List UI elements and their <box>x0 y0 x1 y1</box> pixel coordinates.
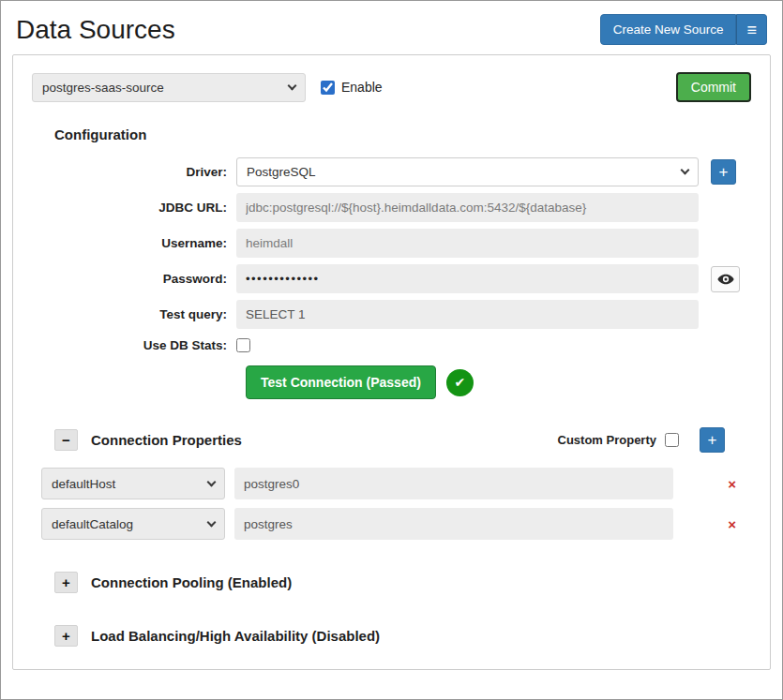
property-value-input[interactable] <box>234 508 673 540</box>
driver-row: Driver: PostgreSQL + <box>32 157 751 186</box>
menu-icon: ≡ <box>746 22 757 38</box>
use-db-stats-checkbox[interactable] <box>236 338 250 352</box>
expand-pooling-button[interactable]: + <box>54 572 78 593</box>
enable-label: Enable <box>341 80 383 95</box>
source-menu-button[interactable]: ≡ <box>736 14 767 45</box>
page-header: Data Sources Create New Source ≡ <box>1 1 782 54</box>
page-title: Data Sources <box>16 15 175 45</box>
chevron-down-icon <box>207 477 217 486</box>
configuration-heading: Configuration <box>54 127 751 142</box>
delete-property-button[interactable]: × <box>728 476 736 492</box>
property-row: defaultCatalog × <box>41 508 751 540</box>
source-select-value: postgres-saas-source <box>42 81 164 95</box>
create-source-button-group: Create New Source ≡ <box>600 14 767 45</box>
source-toolbar: postgres-saas-source Enable Commit <box>32 72 751 102</box>
username-label: Username: <box>32 236 236 250</box>
property-key-select[interactable]: defaultCatalog <box>41 508 225 540</box>
source-select[interactable]: postgres-saas-source <box>32 73 306 102</box>
custom-property-checkbox[interactable] <box>665 433 679 447</box>
chevron-down-icon <box>681 166 690 175</box>
delete-property-button[interactable]: × <box>728 516 736 532</box>
driver-select-value: PostgreSQL <box>247 165 316 179</box>
expand-load-balancing-button[interactable]: + <box>54 625 78 647</box>
use-db-stats-row: Use DB Stats: <box>32 338 751 352</box>
connection-properties-heading: Connection Properties <box>91 432 242 448</box>
custom-property-label: Custom Property <box>558 433 656 447</box>
property-key-value: defaultCatalog <box>52 517 133 531</box>
username-input[interactable] <box>236 229 699 258</box>
use-db-stats-label: Use DB Stats: <box>32 338 236 352</box>
property-key-select[interactable]: defaultHost <box>41 468 225 499</box>
test-query-input[interactable] <box>236 300 699 329</box>
test-connection-button[interactable]: Test Connection (Passed) <box>246 365 436 399</box>
test-query-row: Test query: <box>32 300 751 329</box>
test-connection-row: Test Connection (Passed) ✔ <box>246 365 751 399</box>
enable-checkbox[interactable] <box>321 81 335 95</box>
create-new-source-button[interactable]: Create New Source <box>600 14 737 45</box>
custom-property-control: Custom Property + <box>558 427 725 453</box>
load-balancing-heading: Load Balancing/High Availability (Disabl… <box>91 628 380 644</box>
chevron-down-icon <box>207 517 217 527</box>
jdbc-url-row: JDBC URL: <box>32 193 751 222</box>
connection-pooling-section: + Connection Pooling (Enabled) <box>32 572 751 593</box>
show-password-button[interactable] <box>711 266 740 292</box>
driver-label: Driver: <box>32 165 236 179</box>
password-input[interactable] <box>236 264 699 293</box>
test-query-label: Test query: <box>32 307 236 321</box>
add-driver-button[interactable]: + <box>711 159 736 185</box>
property-key-value: defaultHost <box>52 477 115 491</box>
connection-pooling-heading: Connection Pooling (Enabled) <box>91 574 292 590</box>
eye-icon <box>717 274 734 285</box>
add-property-button[interactable]: + <box>700 427 725 453</box>
password-label: Password: <box>32 272 236 286</box>
connection-properties-header: − Connection Properties Custom Property … <box>32 427 751 453</box>
load-balancing-section: + Load Balancing/High Availability (Disa… <box>32 625 751 647</box>
property-rows: defaultHost × defaultCatalog × <box>32 468 751 540</box>
property-row: defaultHost × <box>41 468 751 499</box>
data-source-panel: postgres-saas-source Enable Commit Confi… <box>12 54 771 670</box>
collapse-properties-button[interactable]: − <box>54 429 78 451</box>
password-row: Password: <box>32 264 751 293</box>
data-sources-page: Data Sources Create New Source ≡ postgre… <box>0 0 783 700</box>
jdbc-url-label: JDBC URL: <box>32 201 236 215</box>
driver-select[interactable]: PostgreSQL <box>236 157 699 186</box>
connection-passed-check-icon: ✔ <box>446 369 474 396</box>
check-glyph: ✔ <box>455 375 466 390</box>
enable-toggle[interactable]: Enable <box>321 80 383 95</box>
username-row: Username: <box>32 229 751 258</box>
commit-button[interactable]: Commit <box>676 72 751 102</box>
jdbc-url-input[interactable] <box>236 193 699 222</box>
chevron-down-icon <box>288 81 297 90</box>
property-value-input[interactable] <box>234 468 673 499</box>
